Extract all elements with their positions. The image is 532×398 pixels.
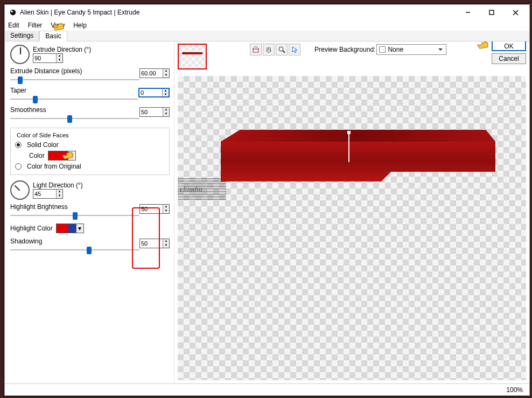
extrude-distance-field[interactable]	[140, 69, 163, 78]
color-from-original-radio[interactable]	[15, 163, 22, 170]
titlebar: Alien Skin | Eye Candy 5 Impact | Extrud…	[5, 5, 529, 20]
taper-field[interactable]	[139, 89, 162, 96]
shadowing-label: Shadowing	[10, 238, 139, 245]
preview-bg-select[interactable]: None	[376, 44, 446, 55]
taper-slider[interactable]	[10, 95, 138, 103]
extrude-direction-input[interactable]: ▲▼	[33, 53, 63, 63]
maximize-button[interactable]	[480, 6, 503, 18]
extrude-direction-label: Extrude Direction (°)	[33, 46, 91, 53]
side-face-color-picker[interactable]: ▾	[48, 151, 76, 160]
light-direction-dial[interactable]	[10, 180, 30, 200]
window-title: Alien Skin | Eye Candy 5 Impact | Extrud…	[20, 9, 456, 16]
color-label: Color	[29, 152, 45, 159]
extrude-distance-input[interactable]: ▲▼	[139, 68, 170, 78]
ok-button[interactable]: OK	[492, 41, 526, 51]
color-swatch-icon	[57, 224, 76, 233]
preview-canvas[interactable]: claudia	[178, 76, 526, 380]
preview-toolbar: Preview Background: None	[174, 41, 529, 74]
highlight-color-label: Highlight Color	[10, 225, 53, 232]
extrude-distance-label: Extrude Distance (pixels)	[10, 67, 139, 75]
shadowing-slider[interactable]	[10, 246, 139, 254]
extrude-direction-field[interactable]	[33, 54, 56, 62]
preview-bg-label: Preview Background:	[314, 46, 375, 53]
app-window: Alien Skin | Eye Candy 5 Impact | Extrud…	[4, 4, 530, 396]
chevron-down-icon[interactable]: ▾	[76, 224, 83, 233]
svg-rect-3	[489, 10, 494, 15]
svg-rect-13	[347, 131, 351, 134]
solid-color-radio[interactable]	[15, 142, 22, 148]
pointer-tool[interactable]	[289, 44, 300, 55]
svg-point-1	[11, 11, 13, 13]
light-direction-label: Light Direction (°)	[33, 181, 83, 189]
preview-bg-value: None	[388, 46, 403, 53]
home-tool[interactable]	[250, 44, 262, 55]
svg-rect-7	[253, 49, 258, 52]
side-faces-legend: Color of Side Faces	[15, 132, 71, 138]
smoothness-slider[interactable]	[10, 115, 139, 122]
tab-basic[interactable]: Basic	[39, 31, 67, 41]
solid-color-label: Solid Color	[27, 141, 59, 149]
svg-line-9	[283, 51, 285, 53]
extrude-preview-shape	[221, 130, 495, 184]
extrude-distance-slider[interactable]	[10, 76, 139, 83]
light-direction-input[interactable]: ▲▼	[33, 189, 63, 199]
taper-input[interactable]: ▲▼	[138, 88, 170, 97]
side-faces-group: Color of Side Faces Solid Color Color ▾	[10, 128, 170, 175]
callout-highlight-box	[132, 207, 160, 269]
spin-down-icon[interactable]: ▼	[57, 58, 62, 62]
cancel-button[interactable]: Cancel	[492, 53, 526, 64]
tab-settings[interactable]: Settings	[5, 31, 39, 41]
spin-up-icon[interactable]: ▲	[57, 54, 62, 58]
watermark: claudia	[178, 178, 226, 201]
svg-point-0	[10, 10, 16, 16]
zoom-level: 100%	[506, 386, 523, 394]
close-button[interactable]	[503, 6, 527, 18]
tab-bar: Settings Basic	[5, 31, 529, 41]
color-from-original-label: Color from Original	[27, 163, 81, 170]
zoom-tool[interactable]	[276, 44, 288, 55]
extrude-direction-dial[interactable]	[10, 45, 30, 64]
menubar: Edit Filter View Help	[5, 20, 529, 31]
light-direction-field[interactable]	[33, 190, 56, 198]
smoothness-input[interactable]: ▲▼	[139, 107, 170, 117]
preview-thumbnail[interactable]	[178, 44, 207, 69]
pan-tool[interactable]	[263, 44, 275, 55]
menu-edit[interactable]: Edit	[8, 22, 19, 29]
menu-filter[interactable]: Filter	[28, 22, 43, 29]
preview-panel: OK Cancel Preview Background:	[174, 41, 529, 383]
color-swatch-icon	[48, 151, 68, 160]
checker-icon	[379, 46, 386, 53]
statusbar: 100%	[5, 383, 529, 395]
smoothness-label: Smoothness	[10, 106, 139, 114]
smoothness-field[interactable]	[140, 108, 163, 116]
svg-marker-11	[221, 130, 495, 142]
highlight-color-picker[interactable]: ▾	[56, 224, 84, 233]
taper-label: Taper	[10, 87, 138, 94]
menu-view[interactable]: View	[51, 22, 65, 29]
app-icon	[9, 9, 17, 16]
menu-help[interactable]: Help	[73, 22, 87, 29]
highlight-brightness-label: Highlight Brightness	[10, 203, 139, 211]
settings-panel: Extrude Direction (°) ▲▼ Extrude Distanc…	[5, 41, 174, 383]
svg-point-8	[279, 47, 283, 51]
highlight-brightness-slider[interactable]	[10, 212, 139, 219]
minimize-button[interactable]	[456, 6, 480, 18]
chevron-down-icon[interactable]: ▾	[68, 151, 75, 160]
